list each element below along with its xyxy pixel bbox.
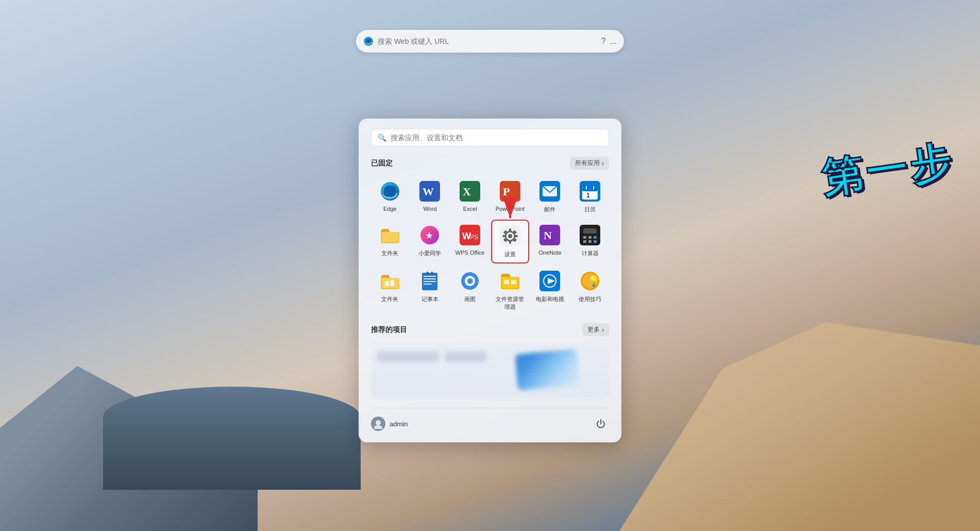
svg-text:1: 1	[586, 192, 590, 199]
svg-point-59	[468, 279, 472, 283]
svg-text:N: N	[544, 229, 552, 242]
app-folder2[interactable]: 文件夹	[371, 266, 409, 315]
wps-app-icon: W PS	[459, 224, 481, 246]
svg-rect-49	[390, 280, 394, 286]
svg-rect-28	[502, 235, 506, 237]
app-fileexplorer[interactable]: 文件资源管理器	[491, 266, 529, 315]
app-notepad[interactable]: 记事本	[411, 266, 449, 315]
recommended-section: 推荐的项目 更多 ›	[371, 323, 609, 401]
fileexplorer-label: 文件资源管理器	[493, 295, 527, 311]
bg-water	[103, 387, 361, 490]
svg-text:W: W	[423, 185, 434, 198]
pinned-title: 已固定	[371, 159, 393, 168]
help-icon[interactable]: ?	[601, 37, 606, 46]
edge-app-icon	[379, 180, 401, 203]
excel-label: Excel	[463, 206, 477, 212]
calendar-app-icon: 1	[579, 180, 601, 203]
svg-rect-52	[424, 278, 436, 279]
address-bar-actions: ? ...	[601, 37, 617, 46]
search-icon: 🔍	[378, 134, 386, 142]
svg-point-71	[374, 425, 382, 429]
svg-rect-53	[424, 281, 436, 282]
folder2-app-icon	[379, 270, 401, 292]
svg-rect-44	[588, 240, 592, 243]
search-bar[interactable]: 🔍	[371, 129, 609, 146]
power-button[interactable]	[593, 416, 609, 432]
svg-rect-27	[509, 240, 511, 244]
xiaomei-label: 小爱同学	[418, 250, 441, 257]
app-xiaomei[interactable]: ★ 小爱同学	[411, 220, 449, 263]
onenote-app-icon: N	[538, 224, 561, 246]
notepad-label: 记事本	[421, 295, 438, 303]
svg-rect-41	[588, 236, 592, 239]
folder-app-icon	[379, 224, 401, 246]
settings-label: 设置	[504, 251, 516, 258]
user-avatar	[371, 417, 385, 431]
svg-rect-62	[504, 280, 509, 284]
svg-rect-39	[583, 228, 597, 234]
tips-label: 使用技巧	[579, 295, 601, 303]
address-input[interactable]	[378, 37, 597, 45]
recommended-blur-bg	[371, 341, 609, 398]
svg-text:PS: PS	[470, 234, 478, 241]
app-tips[interactable]: 💡 使用技巧	[571, 266, 609, 315]
recommended-blur-shape	[515, 349, 580, 390]
app-paint[interactable]: 画图	[451, 266, 489, 315]
svg-text:💡: 💡	[587, 275, 600, 287]
notepad-app-icon	[418, 270, 441, 292]
app-mail[interactable]: 邮件	[531, 176, 569, 218]
svg-rect-12	[582, 187, 598, 191]
tips-app-icon: 💡	[579, 270, 601, 292]
user-profile[interactable]: admin	[371, 417, 408, 431]
onenote-label: OneNote	[538, 250, 561, 256]
svg-rect-63	[511, 280, 516, 284]
svg-rect-29	[514, 235, 518, 237]
svg-text:X: X	[463, 185, 471, 198]
folder-label: 文件夹	[381, 250, 398, 257]
search-input[interactable]	[391, 134, 602, 142]
xiaomei-app-icon: ★	[418, 224, 441, 246]
svg-rect-55	[427, 272, 428, 274]
edge-icon-small	[363, 36, 374, 46]
app-edge[interactable]: Edge	[371, 176, 409, 218]
mail-app-icon	[538, 180, 561, 203]
recommended-more-button[interactable]: 更多 ›	[582, 323, 609, 336]
wps-label: WPS Office	[455, 250, 485, 256]
movies-label: 电影和电视	[536, 295, 564, 303]
app-excel[interactable]: X Excel	[451, 176, 489, 218]
svg-rect-48	[385, 281, 389, 286]
app-word[interactable]: W Word	[411, 176, 449, 218]
app-calculator[interactable]: 计算器	[571, 220, 609, 263]
user-name: admin	[390, 420, 408, 428]
recommended-title: 推荐的项目	[371, 325, 407, 335]
edge-label: Edge	[383, 206, 397, 212]
svg-rect-45	[594, 240, 597, 243]
svg-rect-42	[594, 236, 597, 239]
address-bar[interactable]: ? ...	[356, 30, 624, 53]
app-onenote[interactable]: N OneNote	[531, 220, 569, 263]
svg-rect-54	[424, 284, 432, 285]
svg-point-25	[508, 234, 512, 238]
app-movies[interactable]: 电影和电视	[531, 266, 569, 315]
recommended-header: 推荐的项目 更多 ›	[371, 323, 609, 336]
app-settings[interactable]: 设置	[491, 220, 529, 263]
app-wps[interactable]: W PS WPS Office	[451, 220, 489, 263]
fileexplorer-app-icon	[499, 270, 521, 292]
svg-rect-26	[509, 228, 511, 232]
start-footer: admin	[371, 408, 609, 432]
calculator-label: 计算器	[582, 250, 599, 257]
all-apps-button[interactable]: 所有应用 ›	[570, 157, 609, 170]
settings-app-icon	[499, 225, 521, 247]
red-arrow	[497, 192, 523, 225]
svg-text:★: ★	[425, 230, 433, 241]
app-grid: Edge W Word X Excel	[371, 176, 609, 315]
word-label: Word	[423, 206, 436, 212]
app-calendar[interactable]: 1 日历	[571, 176, 609, 218]
app-folder[interactable]: 文件夹	[371, 220, 409, 263]
more-icon[interactable]: ...	[610, 37, 617, 46]
excel-app-icon: X	[459, 180, 481, 203]
paint-label: 画图	[464, 295, 476, 303]
svg-rect-43	[583, 240, 586, 243]
start-menu: 🔍 已固定 所有应用 ›	[359, 119, 621, 442]
pinned-section-header: 已固定 所有应用 ›	[371, 157, 609, 170]
